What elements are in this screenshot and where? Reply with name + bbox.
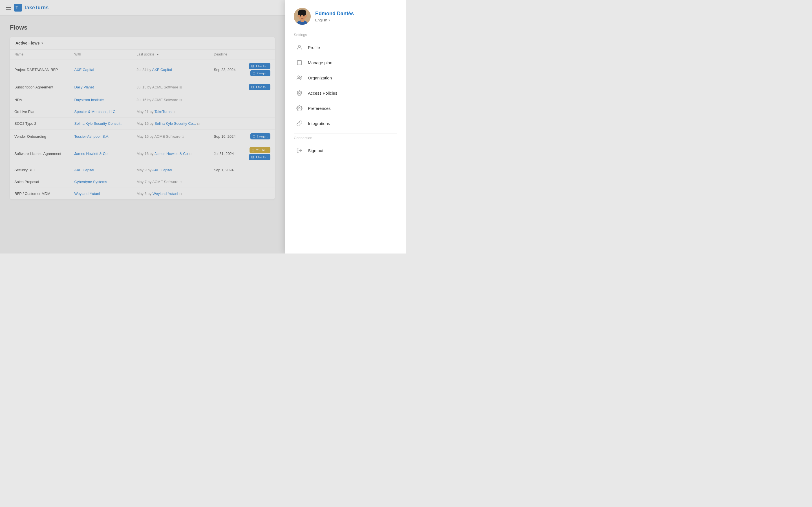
menu-item-preferences[interactable]: Preferences	[294, 101, 397, 116]
user-info: Edmond Dantès English ▾	[315, 10, 354, 22]
avatar	[294, 8, 311, 25]
svg-point-10	[300, 15, 301, 17]
people-icon	[296, 74, 303, 82]
menu-item-integrations[interactable]: Integrations	[294, 116, 397, 131]
settings-section-label: Settings	[294, 33, 397, 37]
link-icon	[296, 119, 303, 127]
connection-menu: Sign out	[294, 143, 397, 158]
menu-item-access-policies[interactable]: Access Policies	[294, 86, 397, 101]
language-label: English	[315, 18, 327, 22]
menu-item-label-manage-plan: Manage plan	[308, 60, 333, 65]
menu-item-label-preferences: Preferences	[308, 106, 331, 111]
svg-point-19	[298, 76, 299, 77]
user-dropdown-panel: Edmond Dantès English ▾ Settings Profile…	[285, 0, 406, 253]
shield-person-icon	[296, 89, 303, 97]
language-row[interactable]: English ▾	[315, 18, 354, 22]
menu-item-profile[interactable]: Profile	[294, 40, 397, 55]
menu-item-label-profile: Profile	[308, 45, 320, 50]
gear-icon	[296, 104, 303, 112]
connection-section-label: Connection	[294, 136, 397, 140]
menu-item-organization[interactable]: Organization	[294, 70, 397, 86]
sign-out-icon	[296, 147, 303, 154]
svg-point-14	[298, 45, 300, 47]
svg-point-21	[299, 92, 300, 93]
menu-item-label-sign-out: Sign out	[308, 148, 323, 153]
svg-rect-7	[298, 12, 306, 15]
user-name: Edmond Dantès	[315, 10, 354, 17]
svg-point-8	[297, 15, 299, 17]
svg-rect-13	[303, 14, 305, 15]
menu-item-label-access-policies: Access Policies	[308, 91, 337, 96]
person-icon	[296, 43, 303, 51]
clipboard-icon	[296, 59, 303, 66]
menu-item-manage-plan[interactable]: Manage plan	[294, 55, 397, 70]
settings-menu: ProfileManage planOrganizationAccess Pol…	[294, 40, 397, 131]
menu-item-sign-out[interactable]: Sign out	[294, 143, 397, 158]
menu-item-label-integrations: Integrations	[308, 121, 330, 126]
section-divider	[294, 133, 397, 133]
language-chevron: ▾	[328, 18, 330, 22]
menu-item-label-organization: Organization	[308, 75, 332, 80]
svg-rect-12	[300, 14, 302, 15]
overlay[interactable]	[0, 0, 285, 253]
svg-point-22	[299, 107, 300, 109]
svg-point-9	[305, 15, 307, 17]
svg-point-11	[303, 15, 305, 17]
svg-point-20	[300, 76, 302, 78]
user-header: Edmond Dantès English ▾	[294, 8, 397, 25]
